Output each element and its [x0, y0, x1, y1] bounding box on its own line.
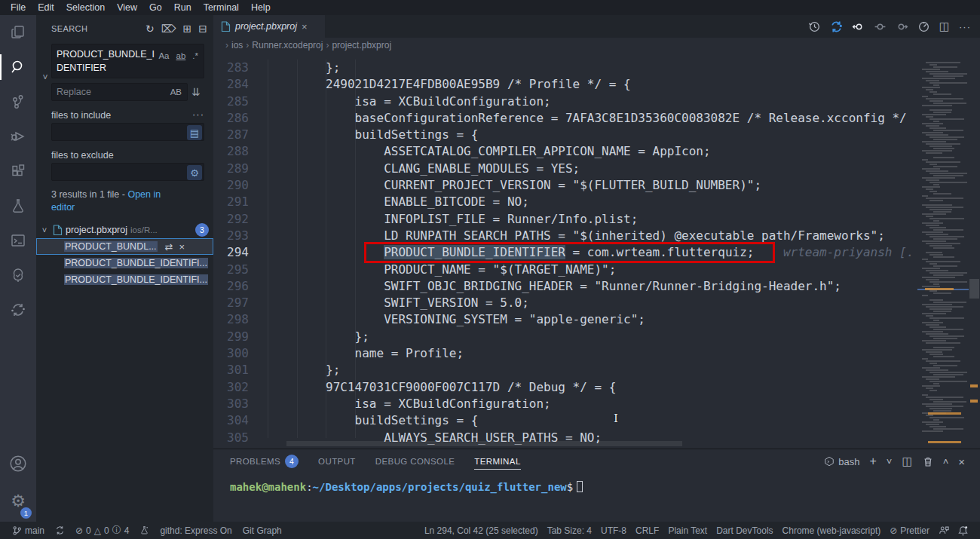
kill-terminal-icon[interactable] — [923, 456, 933, 467]
replace-all-icon[interactable]: ⇊ — [188, 86, 204, 98]
menu-item[interactable]: View — [111, 0, 143, 15]
code-line[interactable]: 300 name = Profile; — [213, 345, 980, 362]
menu-item[interactable]: Go — [143, 0, 168, 15]
current-change-icon[interactable] — [874, 20, 887, 33]
toggle-search-details-icon[interactable]: ··· — [192, 109, 204, 120]
new-search-editor-icon[interactable]: ⊞ — [183, 23, 192, 35]
sync-extension-icon[interactable] — [0, 292, 36, 327]
code-line[interactable]: 301 }; — [213, 362, 980, 378]
timeline-icon[interactable] — [917, 20, 930, 33]
menu-item[interactable]: Run — [168, 0, 198, 15]
account-icon[interactable] — [0, 446, 36, 481]
testing-icon[interactable] — [0, 188, 36, 223]
terminal-panel-icon[interactable] — [0, 223, 36, 258]
close-panel-icon[interactable]: × — [958, 455, 965, 468]
next-change-icon[interactable] — [896, 20, 908, 33]
open-editors-icon[interactable]: ▤ — [187, 125, 202, 140]
minimap[interactable] — [917, 53, 969, 449]
code-line[interactable]: 304 buildSettings = { — [213, 412, 980, 429]
search-input[interactable]: PRODUCT_BUNDLE_IDENTIFIER Aa ab .* — [51, 44, 204, 78]
scrollbar-slider[interactable] — [969, 279, 979, 299]
todo-tree-icon[interactable] — [0, 258, 36, 292]
explorer-icon[interactable] — [0, 15, 36, 50]
breadcrumb-item[interactable]: › ios — [225, 40, 243, 51]
dart-devtools-status[interactable]: Dart DevTools — [712, 522, 777, 539]
collapse-results-icon[interactable]: ⊟ — [198, 23, 207, 35]
settings-gear-icon[interactable]: ⚙ 1 — [0, 481, 36, 522]
code-line[interactable]: 284 249021D4217E4FDB00AE95B9 /* Profile … — [213, 76, 980, 93]
chrome-debug-status[interactable]: Chrome (web-javascript) — [778, 522, 886, 539]
exclude-settings-icon[interactable]: ⚙ — [187, 165, 202, 180]
terminal[interactable]: mahek@mahenk:~/Desktop/apps/projects/qui… — [213, 473, 980, 493]
cursor-position-status[interactable]: Ln 294, Col 42 (25 selected) — [420, 522, 543, 539]
eol-status[interactable]: CRLF — [631, 522, 663, 539]
code-line[interactable]: 290 CURRENT_PROJECT_VERSION = "$(FLUTTER… — [213, 177, 980, 194]
file-result-row[interactable]: ˅ project.pbxproj ios/R... 3 — [36, 222, 213, 238]
dismiss-match-icon[interactable]: × — [179, 241, 185, 253]
replace-input[interactable]: Replace AB — [51, 83, 188, 101]
code-line[interactable]: 285 isa = XCBuildConfiguration; — [213, 93, 980, 110]
replace-match-icon[interactable]: ⇄ — [165, 241, 173, 253]
run-debug-icon[interactable] — [0, 119, 36, 154]
maximize-panel-icon[interactable]: ˄ — [943, 456, 949, 467]
split-terminal-icon[interactable]: ◫ — [902, 455, 912, 468]
code-editor[interactable]: 283 }; 284 249021D4217E4FDB00AE95B9 /* P… — [213, 53, 980, 449]
language-mode-status[interactable]: Plain Text — [663, 522, 712, 539]
history-icon[interactable] — [808, 20, 821, 33]
horizontal-scrollbar[interactable] — [286, 441, 682, 446]
githd-status[interactable]: githd: Express On — [155, 522, 236, 539]
files-to-include-input[interactable]: ▤ — [51, 123, 204, 141]
code-line[interactable]: 283 }; — [213, 60, 980, 76]
notifications-bell-icon[interactable] — [954, 522, 972, 539]
git-graph-status[interactable]: Git Graph — [238, 522, 286, 539]
code-line[interactable]: 286 baseConfigurationReference = 7AFA3C8… — [213, 110, 980, 127]
code-line[interactable]: 291 ENABLE_BITCODE = NO; — [213, 194, 980, 210]
search-match-row[interactable]: PRODUCT_BUNDLE_IDENTIFI... ⇄ × — [36, 255, 213, 271]
new-terminal-icon[interactable]: + — [870, 455, 877, 468]
vertical-scrollbar[interactable] — [969, 53, 980, 449]
terminal-dropdown-icon[interactable]: ˅ — [887, 456, 893, 467]
tab-size-status[interactable]: Tab Size: 4 — [543, 522, 596, 539]
chevron-down-icon[interactable]: ˅ — [39, 225, 50, 234]
feedback-icon[interactable] — [934, 522, 954, 539]
shell-selector[interactable]: bash — [824, 456, 859, 467]
match-case-icon[interactable]: Aa — [157, 48, 170, 63]
code-line[interactable]: 303 isa = XCBuildConfiguration; — [213, 396, 980, 412]
editor-tab[interactable]: project.pbxproj × — [213, 15, 325, 38]
tab-close-icon[interactable]: × — [302, 21, 308, 32]
source-control-icon[interactable] — [0, 84, 36, 119]
whole-word-icon[interactable]: ab — [175, 48, 188, 63]
code-line[interactable]: 294 PRODUCT_BUNDLE_IDENTIFIER = com.wrte… — [213, 244, 980, 261]
files-to-exclude-input[interactable]: ⚙ — [51, 163, 204, 181]
search-match-row[interactable]: PRODUCT_BUNDL... ⇄ × — [36, 238, 213, 255]
preserve-case-icon[interactable]: AB — [169, 87, 183, 97]
code-line[interactable]: 299 }; — [213, 329, 980, 345]
breadcrumb-item[interactable]: › project.pbxproj — [326, 40, 391, 51]
split-editor-icon[interactable]: ◫ — [939, 20, 950, 33]
sync-compare-icon[interactable] — [830, 20, 843, 33]
code-line[interactable]: 289 CLANG_ENABLE_MODULES = YES; — [213, 161, 980, 177]
prettier-status[interactable]: ⊘Prettier — [885, 522, 934, 539]
flask-status-icon[interactable] — [135, 522, 154, 539]
branch-status[interactable]: main — [8, 522, 49, 539]
code-line[interactable]: 302 97C147031CF9000F007C117D /* Debug */… — [213, 379, 980, 396]
code-line[interactable]: 296 SWIFT_OBJC_BRIDGING_HEADER = "Runner… — [213, 278, 980, 295]
code-line[interactable]: 288 ASSETCATALOG_COMPILER_APPICON_NAME =… — [213, 143, 980, 160]
menu-item[interactable]: Help — [245, 0, 277, 15]
previous-change-icon[interactable] — [852, 20, 865, 33]
code-line[interactable]: 293 LD_RUNPATH_SEARCH_PATHS = "$(inherit… — [213, 228, 980, 244]
panel-tab[interactable]: OUTPUT — [318, 449, 356, 473]
regex-icon[interactable]: .* — [191, 48, 200, 63]
more-actions-icon[interactable]: ··· — [959, 21, 971, 32]
menu-item[interactable]: Selection — [60, 0, 111, 15]
code-line[interactable]: 287 buildSettings = { — [213, 127, 980, 143]
search-icon[interactable] — [0, 50, 36, 84]
code-line[interactable]: 295 PRODUCT_NAME = "$(TARGET_NAME)"; — [213, 262, 980, 278]
clear-search-icon[interactable]: ⌦ — [161, 23, 176, 35]
encoding-status[interactable]: UTF-8 — [596, 522, 631, 539]
sync-status[interactable] — [51, 522, 69, 539]
panel-tab[interactable]: PROBLEMS 4 — [230, 449, 299, 473]
code-line[interactable]: 298 VERSIONING_SYSTEM = "apple-generic"; — [213, 311, 980, 328]
problems-status[interactable]: ⊘0 △0 ⓘ4 — [71, 522, 133, 539]
code-line[interactable]: 292 INFOPLIST_FILE = Runner/Info.plist; — [213, 211, 980, 228]
